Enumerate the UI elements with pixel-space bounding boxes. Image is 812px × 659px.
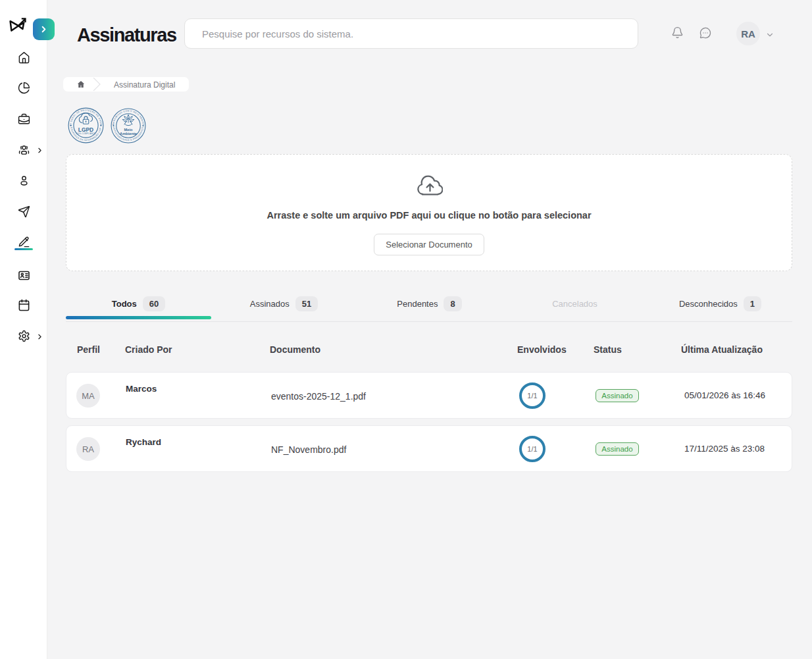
svg-text:100% COMPLIANCE: 100% COMPLIANCE [76,132,96,135]
svg-text:LGPD: LGPD [78,126,93,133]
svg-text:SUSTENTABILIDADE E PRESERVAÇÃO: SUSTENTABILIDADE E PRESERVAÇÃO [111,108,144,142]
svg-text:SEGURANÇA DA INFORMAÇÃO LGPD: SEGURANÇA DA INFORMAÇÃO LGPD [68,107,102,142]
svg-text:Ambiente: Ambiente [120,132,137,136]
